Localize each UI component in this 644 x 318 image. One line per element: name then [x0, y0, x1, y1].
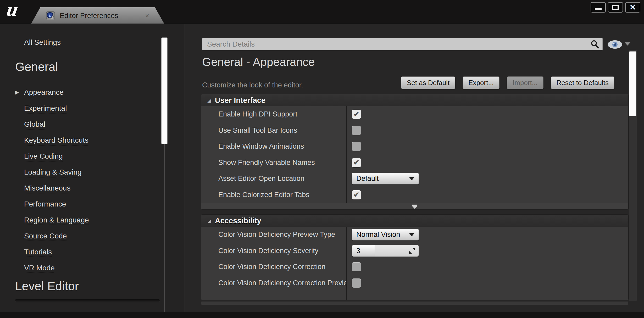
checkbox-enable-high-dpi-support[interactable]: ✔: [352, 110, 361, 119]
setting-row-cvd-correction: Color Vision Deficiency Correction ✔: [201, 259, 628, 275]
title-bar: u u Editor Preferences × ✕: [0, 0, 644, 24]
unreal-engine-logo: u: [4, 1, 18, 20]
action-buttons: Set as Default Export... Import... Reset…: [401, 76, 614, 89]
checkbox-cvd-correction-preview[interactable]: ✔: [352, 278, 361, 288]
sidebar-item-appearance[interactable]: ▶ Appearance: [15, 84, 185, 100]
dropdown-asset-editor-open-location[interactable]: Default: [352, 173, 419, 185]
checkbox-show-friendly-variable-names[interactable]: ✔: [352, 158, 361, 167]
spinbox-cvd-severity[interactable]: 3: [352, 245, 419, 257]
window-bottom-edge: [0, 312, 644, 318]
sidebar-item-live-coding[interactable]: Live Coding: [15, 148, 185, 164]
minimize-button[interactable]: [591, 2, 606, 13]
import-button: Import...: [507, 76, 543, 89]
setting-label: Use Small Tool Bar Icons: [201, 126, 346, 135]
sidebar-item-label[interactable]: Loading & Saving: [24, 168, 82, 176]
tab-editor-preferences[interactable]: u Editor Preferences ×: [31, 7, 164, 24]
sidebar-item-performance[interactable]: Performance: [15, 196, 185, 212]
setting-label: Enable High DPI Support: [201, 110, 346, 118]
sidebar-item-label[interactable]: Global: [24, 120, 45, 129]
sidebar-item-vr-mode[interactable]: VR Mode: [15, 260, 185, 276]
section-expanded-icon: ◢: [207, 97, 211, 103]
view-options-eye-icon[interactable]: [607, 39, 623, 50]
spinbox-value[interactable]: 3: [352, 245, 375, 256]
section-user-interface: ◢ User Interface Enable High DPI Support…: [201, 94, 628, 209]
search-input[interactable]: [202, 38, 603, 50]
section-rows: Color Vision Deficiency Preview Type Nor…: [201, 227, 628, 300]
check-icon: ✔: [353, 191, 359, 198]
setting-row-show-friendly-variable-names: Show Friendly Variable Names ✔: [201, 155, 628, 171]
settings-sidebar: All Settings General ▶ Appearance Experi…: [0, 24, 185, 312]
sidebar-item-miscellaneous[interactable]: Miscellaneous: [15, 180, 185, 196]
setting-label: Color Vision Deficiency Severity: [201, 247, 346, 255]
page-title: General - Appearance: [202, 55, 315, 69]
sidebar-item-label[interactable]: Experimental: [24, 104, 67, 113]
close-icon: ✕: [629, 3, 636, 11]
maximize-button[interactable]: [608, 2, 623, 13]
sidebar-item-label[interactable]: VR Mode: [24, 264, 55, 272]
close-button[interactable]: ✕: [625, 2, 640, 13]
tab-title: Editor Preferences: [60, 12, 118, 20]
sidebar-nav-list: ▶ Appearance Experimental Global Keyboar…: [15, 84, 185, 276]
reset-to-defaults-button[interactable]: Reset to Defaults: [551, 76, 614, 89]
editor-preferences-icon: u: [46, 11, 55, 20]
checkbox-use-small-tool-bar-icons[interactable]: ✔: [352, 126, 361, 135]
setting-label: Color Vision Deficiency Correction: [201, 263, 346, 271]
sidebar-item-tutorials[interactable]: Tutorials: [15, 244, 185, 260]
section-header-user-interface[interactable]: ◢ User Interface: [201, 94, 628, 106]
sidebar-item-loading-saving[interactable]: Loading & Saving: [15, 164, 185, 180]
drag-handle-icon: [409, 247, 415, 254]
setting-row-use-small-tool-bar-icons: Use Small Tool Bar Icons ✔: [201, 122, 628, 139]
dropdown-cvd-preview-type[interactable]: Normal Vision: [352, 229, 419, 241]
setting-label: Show Friendly Variable Names: [201, 159, 346, 167]
section-title: Accessibility: [215, 216, 261, 225]
sidebar-item-experimental[interactable]: Experimental: [15, 100, 185, 116]
next-section-partial: [201, 302, 628, 305]
section-title: User Interface: [215, 96, 265, 105]
sidebar-item-label[interactable]: Tutorials: [24, 248, 52, 256]
expand-more-icon: [412, 204, 417, 209]
section-header-accessibility[interactable]: ◢ Accessibility: [201, 215, 628, 227]
setting-row-enable-colorized-editor-tabs: Enable Colorized Editor Tabs ✔: [201, 187, 628, 203]
checkbox-cvd-correction[interactable]: ✔: [352, 262, 361, 271]
selected-item-marker-icon: ▶: [15, 89, 24, 95]
setting-row-enable-high-dpi-support: Enable High DPI Support ✔: [201, 106, 628, 122]
sidebar-item-label[interactable]: Region & Language: [24, 216, 89, 224]
setting-label: Enable Window Animations: [201, 142, 346, 150]
setting-label: Asset Editor Open Location: [201, 175, 346, 183]
sidebar-item-global[interactable]: Global: [15, 116, 185, 132]
sidebar-item-label[interactable]: Source Code: [24, 232, 67, 240]
setting-row-asset-editor-open-location: Asset Editor Open Location Default: [201, 171, 628, 187]
setting-row-cvd-correction-preview: Color Vision Deficiency Correction Previ…: [201, 275, 628, 291]
sidebar-item-label[interactable]: Appearance: [24, 88, 64, 97]
setting-row-cvd-preview-type: Color Vision Deficiency Preview Type Nor…: [201, 227, 628, 243]
set-as-default-button[interactable]: Set as Default: [401, 76, 455, 89]
sidebar-item-source-code[interactable]: Source Code: [15, 228, 185, 244]
sidebar-heading-level-editor: Level Editor: [15, 279, 79, 293]
check-icon: ✔: [353, 111, 359, 118]
sidebar-item-label[interactable]: Performance: [24, 200, 66, 208]
minimize-icon: [595, 8, 602, 10]
sidebar-item-label[interactable]: Miscellaneous: [24, 184, 70, 192]
checkbox-enable-colorized-editor-tabs[interactable]: ✔: [352, 190, 361, 199]
checkbox-enable-window-animations[interactable]: ✔: [352, 142, 361, 151]
export-button[interactable]: Export...: [463, 76, 499, 89]
main-scrollbar-thumb[interactable]: [629, 51, 636, 116]
window-controls: ✕: [591, 2, 640, 13]
setting-label: Color Vision Deficiency Preview Type: [201, 231, 346, 239]
sidebar-item-keyboard-shortcuts[interactable]: Keyboard Shortcuts: [15, 132, 185, 148]
sidebar-item-region-language[interactable]: Region & Language: [15, 212, 185, 228]
tab-close-icon[interactable]: ×: [145, 12, 149, 19]
sidebar-item-all-settings[interactable]: All Settings: [24, 38, 61, 47]
search-icon: [591, 40, 599, 49]
sidebar-divider: [15, 299, 160, 302]
sidebar-item-label[interactable]: Keyboard Shortcuts: [24, 136, 88, 144]
maximize-icon: [612, 5, 619, 10]
spinbox-drag-area[interactable]: [375, 245, 419, 256]
chevron-down-icon: [409, 177, 414, 180]
check-icon: ✔: [353, 159, 359, 166]
section-expander[interactable]: [201, 203, 628, 209]
section-accessibility: ◢ Accessibility Color Vision Deficiency …: [201, 215, 628, 300]
sidebar-scrollbar-thumb[interactable]: [161, 37, 168, 144]
view-options-caret-icon[interactable]: [625, 42, 630, 46]
sidebar-item-label[interactable]: Live Coding: [24, 152, 63, 160]
